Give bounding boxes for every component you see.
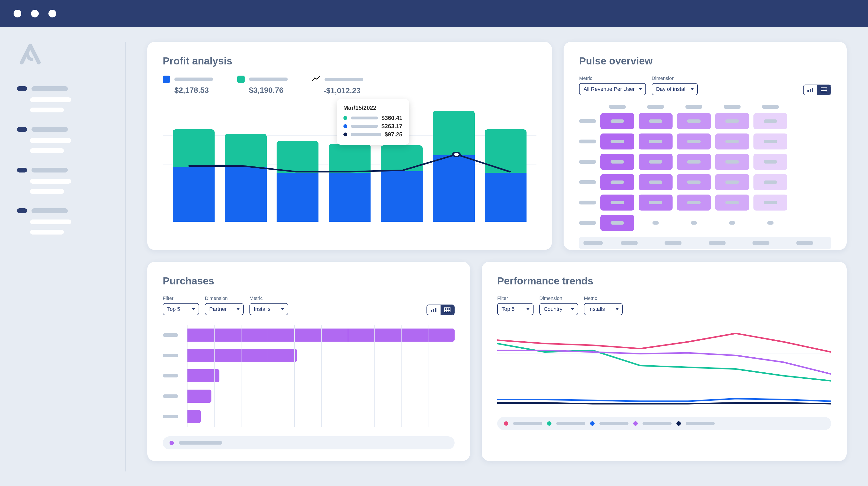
view-toggle: [803, 85, 831, 95]
select-filter[interactable]: Top 5: [163, 303, 199, 315]
perf-controls: Filter Top 5 Dimension Country Metric In…: [497, 296, 831, 315]
nav-item[interactable]: [30, 97, 116, 102]
card-title: Purchases: [163, 275, 455, 287]
field-label: Filter: [163, 296, 199, 301]
tooltip-date: Mar/15/2022: [343, 104, 403, 111]
field-dimension: Dimension Partner: [205, 296, 244, 315]
select-dimension[interactable]: Country: [539, 303, 578, 315]
traffic-light-close[interactable]: [13, 10, 21, 18]
legend-item-blue: $2,178.53: [163, 75, 213, 95]
nav-group-label: [31, 208, 68, 213]
traffic-light-minimize[interactable]: [31, 10, 39, 18]
window-titlebar: [0, 0, 868, 27]
field-label: Metric: [579, 75, 646, 81]
nav-group-header[interactable]: [17, 168, 116, 173]
svg-point-0: [453, 152, 460, 156]
legend-label: [175, 78, 213, 81]
card-title: Performance trends: [497, 275, 831, 287]
svg-rect-12: [444, 308, 450, 312]
card-title: Profit analysis: [163, 55, 536, 67]
field-dimension: Dimension Day of install: [652, 75, 698, 95]
legend-value: -$1,012.23: [312, 86, 363, 95]
pulse-heatmap[interactable]: [579, 105, 831, 231]
performance-legend: [497, 417, 831, 430]
nav-item[interactable]: [30, 179, 116, 184]
nav-bullet-icon: [17, 168, 27, 173]
field-filter: Filter Top 5: [163, 296, 199, 315]
nav-group-3: [17, 168, 116, 194]
nav-bullet-icon: [17, 208, 27, 213]
app-logo: [17, 42, 116, 67]
field-label: Filter: [497, 296, 533, 301]
select-dimension[interactable]: Partner: [205, 303, 244, 315]
dashboard-grid: Profit analysis $2,178.53 $3,190.76: [126, 27, 868, 486]
sidebar: [0, 27, 126, 486]
heatmap-footer: [579, 237, 831, 249]
legend-value: $3,190.76: [237, 86, 288, 95]
svg-rect-11: [435, 308, 436, 312]
field-label: Dimension: [539, 296, 578, 301]
nav-group-2: [17, 127, 116, 153]
select-metric[interactable]: All Revenue Per User: [579, 83, 646, 95]
card-performance-trends: Performance trends Filter Top 5 Dimensio…: [482, 262, 847, 461]
legend-label: [249, 78, 288, 81]
select-filter[interactable]: Top 5: [497, 303, 533, 315]
pulse-controls: Metric All Revenue Per User Dimension Da…: [579, 75, 831, 95]
field-filter: Filter Top 5: [497, 296, 533, 315]
legend-label: [324, 78, 363, 81]
legend-item-green: $3,190.76: [237, 75, 288, 95]
field-label: Dimension: [205, 296, 244, 301]
legend-swatch-blue: [163, 75, 170, 83]
select-metric[interactable]: Installs: [584, 303, 623, 315]
nav-bullet-icon: [17, 86, 27, 91]
field-label: Metric: [584, 296, 623, 301]
svg-rect-2: [810, 89, 811, 92]
field-label: Metric: [249, 296, 288, 301]
field-metric: Metric All Revenue Per User: [579, 75, 646, 95]
nav-group-header[interactable]: [17, 86, 116, 91]
toggle-chart-view[interactable]: [804, 85, 817, 95]
select-metric[interactable]: Installs: [249, 303, 288, 315]
nav-item[interactable]: [30, 148, 116, 153]
svg-rect-10: [433, 309, 434, 312]
legend-item-net: -$1,012.23: [312, 75, 363, 95]
nav-bullet-icon: [17, 127, 27, 132]
legend-value: $2,178.53: [163, 86, 213, 95]
svg-rect-1: [807, 90, 809, 92]
card-purchases: Purchases Filter Top 5 Dimension Partner…: [147, 262, 470, 461]
nav-group-label: [31, 168, 68, 173]
toggle-table-view[interactable]: [817, 85, 831, 95]
chart-tooltip: Mar/15/2022 $360.41$263.17$97.25: [337, 99, 409, 145]
field-metric: Metric Installs: [584, 296, 623, 315]
svg-rect-4: [821, 88, 827, 92]
svg-rect-9: [431, 310, 432, 312]
trend-icon: [312, 75, 320, 83]
nav-item[interactable]: [30, 230, 116, 235]
nav-group-label: [31, 86, 68, 91]
toggle-chart-view[interactable]: [427, 305, 440, 315]
svg-rect-3: [812, 88, 813, 92]
profit-legend: $2,178.53 $3,190.76: [163, 75, 536, 95]
performance-chart[interactable]: [497, 325, 831, 410]
nav-group-header[interactable]: [17, 127, 116, 132]
nav-group-label: [31, 127, 68, 132]
select-dimension[interactable]: Day of install: [652, 83, 698, 95]
nav-item[interactable]: [30, 108, 116, 113]
toggle-table-view[interactable]: [440, 305, 454, 315]
nav-item[interactable]: [30, 219, 116, 224]
field-metric: Metric Installs: [249, 296, 288, 315]
card-pulse-overview: Pulse overview Metric All Revenue Per Us…: [564, 42, 847, 250]
field-dimension: Dimension Country: [539, 296, 578, 315]
traffic-light-zoom[interactable]: [49, 10, 56, 18]
nav-group-header[interactable]: [17, 208, 116, 213]
purchases-chart[interactable]: [163, 325, 455, 427]
field-label: Dimension: [652, 75, 698, 81]
view-toggle: [427, 305, 455, 315]
card-profit-analysis: Profit analysis $2,178.53 $3,190.76: [147, 42, 552, 250]
legend-swatch-green: [237, 75, 245, 83]
nav-group-1: [17, 86, 116, 113]
nav-item[interactable]: [30, 189, 116, 194]
profit-chart[interactable]: Mar/15/2022 $360.41$263.17$97.25: [163, 106, 536, 222]
nav-item[interactable]: [30, 138, 116, 143]
nav-group-4: [17, 208, 116, 235]
